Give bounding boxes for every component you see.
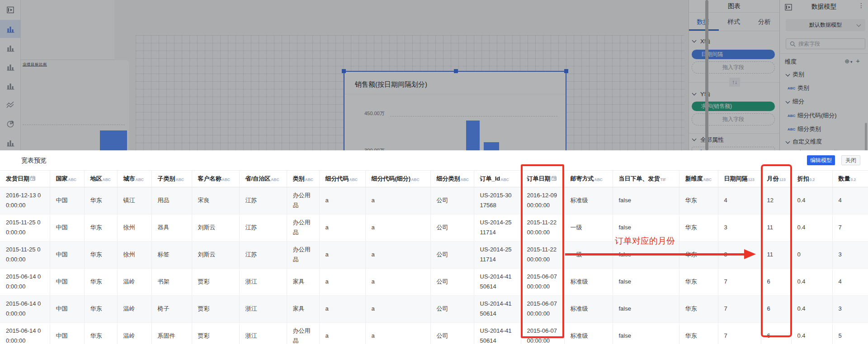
- field-item[interactable]: ABC细分类别: [780, 125, 868, 133]
- mini-widget-card[interactable]: 业绩目标比例: [21, 60, 129, 110]
- edit-model-button[interactable]: 编辑模型: [807, 155, 835, 165]
- x-axis-field-pill[interactable]: 日期间隔: [692, 50, 775, 59]
- data-model-select[interactable]: 默认数据模型: [786, 19, 865, 31]
- all-properties-label: 全部属性: [700, 136, 724, 144]
- chevron-down-icon[interactable]: [692, 91, 697, 96]
- swap-axes-icon[interactable]: ↑↓: [729, 78, 740, 87]
- column-header-发货日期[interactable]: 发货日期: [0, 171, 50, 187]
- line-chart-icon[interactable]: [0, 96, 21, 114]
- table-cell: 7: [718, 268, 761, 295]
- column-header-label: 数量: [839, 175, 850, 182]
- bar-chart-icon[interactable]: [0, 39, 21, 57]
- bar-chart-icon[interactable]: [0, 134, 21, 150]
- chevron-down-icon[interactable]: [692, 38, 697, 43]
- field-type-badge: ABC: [703, 177, 712, 182]
- table-cell: 用品: [151, 187, 192, 214]
- field-item[interactable]: ABC细分代码(细分): [780, 112, 868, 120]
- search-input[interactable]: [798, 41, 857, 47]
- bar-chart-icon[interactable]: [0, 20, 21, 38]
- column-header-细分类别[interactable]: 细分类别ABC: [430, 171, 474, 187]
- column-header-客户名称[interactable]: 客户名称ABC: [192, 171, 239, 187]
- pie-chart-icon[interactable]: [0, 115, 21, 133]
- column-header-订单_Id[interactable]: 订单_IdABC: [474, 171, 521, 187]
- bar-series-bar: [484, 142, 499, 150]
- dimension-section-icons[interactable]: ⊕▾ +: [844, 57, 861, 65]
- bar-series-bar: [466, 121, 480, 150]
- column-header-类别[interactable]: 类别ABC: [287, 171, 319, 187]
- resize-handle[interactable]: [342, 69, 346, 73]
- column-header-国家[interactable]: 国家ABC: [50, 171, 84, 187]
- data-model-panel: 数据模型 ⋮ 默认数据模型 维度 ⊕▾ + 类别ABC类别细分ABC细分代码(细…: [779, 0, 868, 150]
- table-header-row: 发货日期国家ABC地区ABC城市ABC子类别ABC客户名称ABC省/自治区ABC…: [0, 171, 868, 187]
- field-type-badge: ABC: [176, 177, 184, 182]
- dashboard-canvas[interactable]: 业绩目标比例 销售额(按日期间隔划分) 450.00万 300.00万: [21, 0, 684, 150]
- divider: [689, 12, 779, 13]
- bar-chart-icon[interactable]: [0, 58, 21, 76]
- field-type-badge: ABC: [103, 177, 111, 182]
- collapse-panel-icon[interactable]: [0, 2, 21, 20]
- column-header-地区[interactable]: 地区ABC: [84, 171, 117, 187]
- table-cell: a: [365, 322, 430, 344]
- table-cell: 公司: [430, 241, 474, 268]
- table-cell: 华东: [679, 295, 718, 322]
- y-axis-dropzone[interactable]: 拖入字段: [692, 113, 775, 126]
- caret-down-icon[interactable]: ▾: [850, 60, 854, 64]
- column-header-邮寄方式[interactable]: 邮寄方式ABC: [564, 171, 613, 187]
- column-header-折扣[interactable]: 折扣0.2: [791, 171, 832, 187]
- table-cell: 办公用品: [287, 241, 319, 268]
- table-cell: a: [365, 214, 430, 241]
- column-header-城市[interactable]: 城市ABC: [117, 171, 151, 187]
- data-model-select-value: 默认数据模型: [809, 22, 842, 28]
- globe-icon[interactable]: ⊕: [844, 58, 850, 65]
- table-cell: 贾彩: [192, 322, 239, 344]
- search-field-box[interactable]: [786, 38, 865, 49]
- table-cell: US-2014-2511714: [474, 214, 521, 241]
- table-cell: US-2015-3017568: [474, 187, 521, 214]
- column-header-日期间隔[interactable]: 日期间隔123: [718, 171, 761, 187]
- resize-handle[interactable]: [454, 69, 458, 73]
- add-field-icon[interactable]: +: [856, 57, 861, 65]
- field-type-badge: ABC: [305, 177, 313, 182]
- table-cell: US-2014-4150614: [474, 295, 521, 322]
- resize-handle[interactable]: [564, 69, 568, 73]
- column-header-数量[interactable]: 数量0.2: [832, 171, 868, 187]
- table-cell: 华东: [84, 295, 117, 322]
- mini-widget-card[interactable]: [21, 110, 129, 150]
- table-cell: 2015-11-25 00:00:00: [0, 214, 50, 241]
- column-header-当日下单、发货[interactable]: 当日下单、发货TIF: [613, 171, 679, 187]
- panel-title: 数据模型: [780, 3, 868, 11]
- x-axis-dropzone[interactable]: 拖入字段: [692, 61, 775, 74]
- table-cell: 书架: [151, 268, 192, 295]
- field-group-自定义维度[interactable]: 自定义维度: [780, 138, 868, 146]
- y-axis-field-pill[interactable]: 求和(销售额): [692, 102, 775, 111]
- properties-dropzone[interactable]: [692, 147, 775, 150]
- close-button[interactable]: 关闭: [841, 155, 860, 165]
- table-cell: 华东: [84, 214, 117, 241]
- tab-analysis[interactable]: 分析: [758, 18, 771, 26]
- table-cell: 华东: [84, 268, 117, 295]
- chevron-down-icon[interactable]: [692, 137, 697, 141]
- field-type-badge: ABC: [411, 177, 419, 182]
- table-cell: 华东: [679, 268, 718, 295]
- field-group-类别[interactable]: 类别: [780, 70, 868, 79]
- selected-chart-widget[interactable]: 销售额(按日期间隔划分) 450.00万 300.00万: [344, 71, 566, 150]
- bar-chart-icon[interactable]: [0, 77, 21, 95]
- column-header-新维度[interactable]: 新维度ABC: [679, 171, 718, 187]
- mini-widget-card[interactable]: [21, 0, 114, 60]
- tab-style[interactable]: 样式: [727, 18, 740, 26]
- column-header-细分代码[interactable]: 细分代码ABC: [319, 171, 365, 187]
- divider: [344, 94, 566, 94]
- table-cell: false: [613, 322, 679, 344]
- column-header-细分代码(细分)[interactable]: 细分代码(细分)ABC: [365, 171, 430, 187]
- table-cell: 0.4: [791, 268, 832, 295]
- table-cell: 贾彩: [192, 268, 239, 295]
- column-header-省/自治区[interactable]: 省/自治区ABC: [239, 171, 287, 187]
- kebab-menu-icon[interactable]: ⋮: [858, 2, 864, 9]
- table-cell: 4: [832, 268, 868, 295]
- column-header-子类别[interactable]: 子类别ABC: [151, 171, 192, 187]
- field-item[interactable]: ABC类别: [780, 84, 868, 92]
- canvas-scrollbar[interactable]: [705, 0, 708, 150]
- divider: [780, 53, 868, 54]
- field-group-细分[interactable]: 细分: [780, 98, 868, 106]
- field-label: 细分代码(细分): [797, 112, 837, 119]
